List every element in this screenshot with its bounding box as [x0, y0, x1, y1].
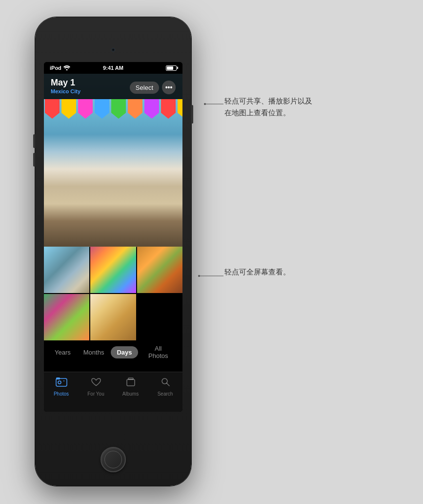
photos-header: May 1 Mexico City Select ••• [44, 74, 182, 99]
header-location: Mexico City [51, 88, 81, 94]
status-right [166, 65, 177, 71]
svg-point-4 [63, 380, 64, 381]
search-tab-label: Search [158, 391, 173, 397]
tab-bar: Photos For You [44, 372, 182, 412]
filter-tab-years[interactable]: Years [49, 346, 77, 358]
select-button[interactable]: Select [130, 82, 159, 94]
flags-decoration [44, 99, 182, 124]
battery-fill [167, 66, 173, 70]
svg-rect-2 [56, 378, 60, 379]
screen-area: iPod 9:41 AM [44, 62, 182, 412]
power-button[interactable] [191, 105, 193, 124]
photos-tab-icon [56, 377, 67, 390]
flag-8 [161, 99, 176, 119]
svg-point-10 [204, 103, 206, 105]
status-bar: iPod 9:41 AM [44, 62, 182, 74]
more-icon: ••• [165, 84, 173, 91]
grid-photos [44, 247, 182, 340]
tab-for-you[interactable]: For You [82, 377, 109, 397]
photos-content: May 1 Mexico City Select ••• [44, 74, 182, 412]
device-name-label: iPod [50, 65, 61, 71]
tab-search[interactable]: Search [152, 377, 179, 397]
status-time: 9:41 AM [103, 65, 123, 71]
svg-point-3 [58, 381, 61, 384]
annotation-2-content: 轻点可全屏幕查看。 [224, 268, 290, 276]
grid-photo-4[interactable] [44, 294, 89, 340]
home-button[interactable] [101, 447, 126, 472]
main-photo[interactable] [44, 74, 182, 247]
filter-tab-months[interactable]: Months [78, 346, 110, 358]
tab-photos[interactable]: Photos [48, 377, 75, 397]
svg-rect-5 [127, 379, 135, 386]
annotation-1-content: 轻点可共享、播放影片以及在地图上查看位置。 [224, 97, 312, 117]
front-camera [111, 47, 116, 52]
page-wrapper: iPod 9:41 AM [0, 0, 423, 504]
albums-tab-icon [125, 377, 136, 390]
grid-photo-5[interactable] [90, 294, 136, 340]
svg-rect-6 [128, 378, 133, 379]
home-button-inner [104, 451, 122, 468]
flag-1 [45, 99, 60, 119]
flag-6 [128, 99, 142, 119]
for-you-tab-label: For You [87, 391, 104, 397]
grid-photo-1[interactable] [44, 247, 89, 293]
annotation-2-text: 轻点可全屏幕查看。 [224, 268, 290, 277]
flag-2 [61, 99, 76, 119]
header-buttons: Select ••• [130, 81, 176, 94]
for-you-tab-icon [91, 377, 101, 390]
filter-tabs: Years Months Days All Photos [44, 341, 182, 363]
tab-albums[interactable]: Albums [117, 377, 144, 397]
device-shell: iPod 9:41 AM [35, 17, 191, 486]
flag-3 [78, 99, 93, 119]
more-button[interactable]: ••• [162, 81, 176, 94]
flag-5 [111, 99, 126, 119]
annotation-1-text: 轻点可共享、播放影片以及在地图上查看位置。 [224, 95, 312, 119]
volume-down-button[interactable] [33, 153, 35, 167]
svg-point-12 [198, 275, 200, 277]
svg-line-8 [166, 383, 169, 386]
volume-up-button[interactable] [33, 134, 35, 148]
grid-photo-3[interactable] [137, 247, 182, 293]
photos-tab-label: Photos [54, 391, 69, 397]
main-photo-background [44, 74, 182, 247]
filter-tab-all-photos[interactable]: All Photos [139, 342, 178, 362]
status-left: iPod [50, 65, 70, 71]
header-title-area: May 1 Mexico City [51, 78, 81, 94]
wifi-icon [63, 65, 70, 71]
flag-4 [95, 99, 109, 119]
grid-photo-2[interactable] [90, 247, 136, 293]
filter-tab-days[interactable]: Days [111, 346, 138, 358]
search-tab-icon [161, 377, 170, 390]
battery-icon [166, 65, 177, 71]
flag-9 [178, 99, 182, 119]
flag-7 [144, 99, 159, 119]
svg-point-0 [66, 69, 67, 70]
header-date: May 1 [51, 78, 81, 88]
albums-tab-label: Albums [122, 391, 139, 397]
ipod-device: iPod 9:41 AM [35, 17, 191, 486]
